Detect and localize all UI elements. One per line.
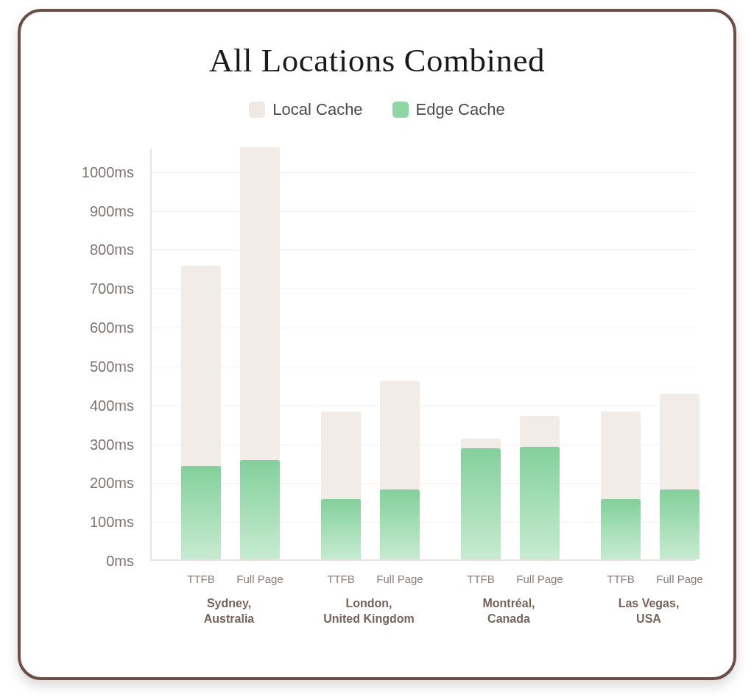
y-tick-label: 800ms bbox=[90, 241, 134, 258]
sub-label-full: Full Page bbox=[510, 573, 569, 585]
y-tick-label: 1000ms bbox=[82, 163, 134, 180]
bar-edge bbox=[660, 489, 700, 559]
bar-edge bbox=[181, 466, 221, 559]
bar-edge bbox=[461, 448, 501, 559]
location-label: Las Vegas, USA bbox=[585, 596, 713, 627]
sub-label-ttfb: TTFB bbox=[172, 573, 230, 585]
y-tick-label: 600ms bbox=[90, 319, 134, 336]
bar-edge bbox=[380, 489, 420, 559]
legend-item-local: Local Cache bbox=[249, 100, 362, 119]
legend-edge-label: Edge Cache bbox=[416, 100, 505, 119]
location-label: Sydney, Australia bbox=[165, 596, 293, 627]
bar-edge bbox=[601, 499, 641, 559]
sub-label-full: Full Page bbox=[650, 573, 709, 585]
y-tick-label: 200ms bbox=[90, 475, 134, 491]
y-axis: 0ms100ms200ms300ms400ms500ms600ms700ms80… bbox=[54, 149, 140, 561]
legend-item-edge: Edge Cache bbox=[392, 100, 505, 119]
sub-label-ttfb: TTFB bbox=[311, 573, 370, 585]
grid-line bbox=[152, 211, 695, 212]
grid-line bbox=[152, 250, 695, 250]
y-tick-label: 400ms bbox=[90, 397, 134, 413]
grid-line bbox=[152, 367, 695, 367]
grid-line bbox=[152, 289, 695, 289]
location-label: Montréal, Canada bbox=[445, 596, 573, 627]
bar-edge bbox=[520, 447, 560, 559]
sub-label-ttfb: TTFB bbox=[451, 573, 510, 585]
bar-edge bbox=[240, 460, 280, 559]
y-tick-label: 300ms bbox=[90, 436, 134, 452]
grid-line bbox=[152, 328, 695, 328]
grid-line bbox=[152, 406, 695, 406]
sub-label-ttfb: TTFB bbox=[591, 573, 650, 585]
y-tick-label: 700ms bbox=[90, 280, 134, 297]
location-label: London, United Kingdom bbox=[305, 596, 433, 627]
legend-local-label: Local Cache bbox=[272, 100, 362, 119]
bar-edge bbox=[321, 499, 361, 559]
y-tick-label: 100ms bbox=[90, 514, 134, 530]
plot-area: TTFBFull PageTTFBFull PageTTFBFull PageT… bbox=[150, 149, 695, 561]
swatch-edge-icon bbox=[392, 102, 409, 118]
grid-line bbox=[152, 172, 695, 173]
swatch-local-icon bbox=[249, 102, 265, 118]
y-tick-label: 900ms bbox=[90, 202, 134, 219]
chart-title: All Locations Combined bbox=[54, 41, 700, 79]
sub-label-full: Full Page bbox=[370, 573, 429, 585]
chart-card: All Locations Combined Local Cache Edge … bbox=[18, 9, 736, 680]
sub-label-full: Full Page bbox=[230, 573, 289, 585]
chart-area: 0ms100ms200ms300ms400ms500ms600ms700ms80… bbox=[54, 149, 700, 634]
legend: Local Cache Edge Cache bbox=[54, 100, 700, 119]
y-tick-label: 0ms bbox=[106, 553, 134, 569]
y-tick-label: 500ms bbox=[90, 358, 134, 374]
